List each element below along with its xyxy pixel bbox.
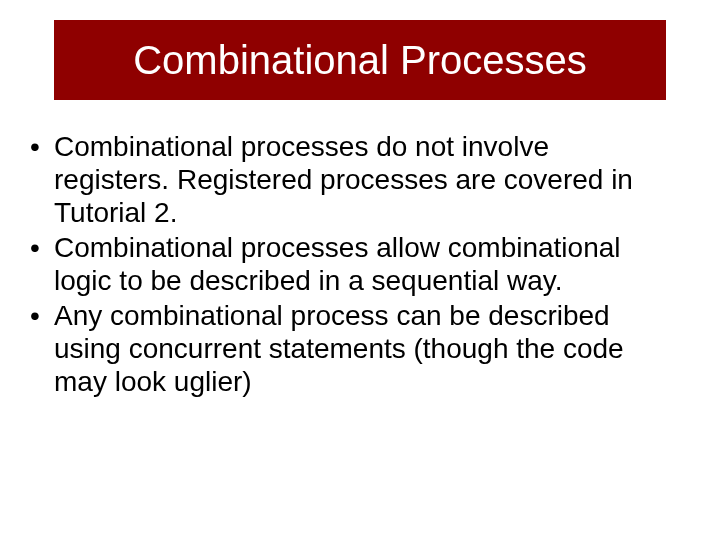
slide-body: Combinational processes do not involve r… bbox=[24, 130, 660, 400]
bullet-list: Combinational processes do not involve r… bbox=[24, 130, 660, 398]
title-box: Combinational Processes bbox=[54, 20, 666, 100]
list-item: Combinational processes do not involve r… bbox=[24, 130, 660, 229]
slide-title: Combinational Processes bbox=[133, 38, 587, 83]
list-item: Any combinational process can be describ… bbox=[24, 299, 660, 398]
slide: Combinational Processes Combinational pr… bbox=[0, 0, 720, 540]
list-item: Combinational processes allow combinatio… bbox=[24, 231, 660, 297]
